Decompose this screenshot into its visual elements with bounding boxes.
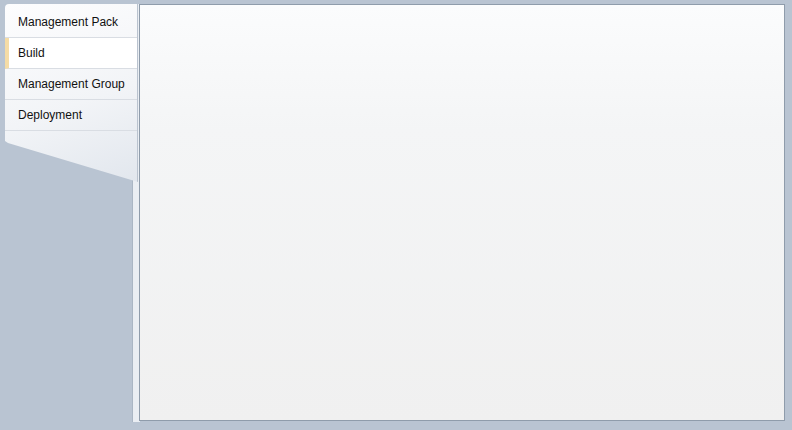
tab-management-pack[interactable]: Management Pack (5, 7, 137, 38)
project-properties-page: Management Pack Build Management Group D… (0, 0, 792, 430)
tab-deployment[interactable]: Deployment (5, 100, 137, 131)
properties-tab-strip: Management Pack Build Management Group D… (5, 4, 138, 186)
tab-management-group[interactable]: Management Group (5, 69, 137, 100)
build-settings-panel (139, 4, 785, 421)
tab-build[interactable]: Build (5, 38, 137, 69)
